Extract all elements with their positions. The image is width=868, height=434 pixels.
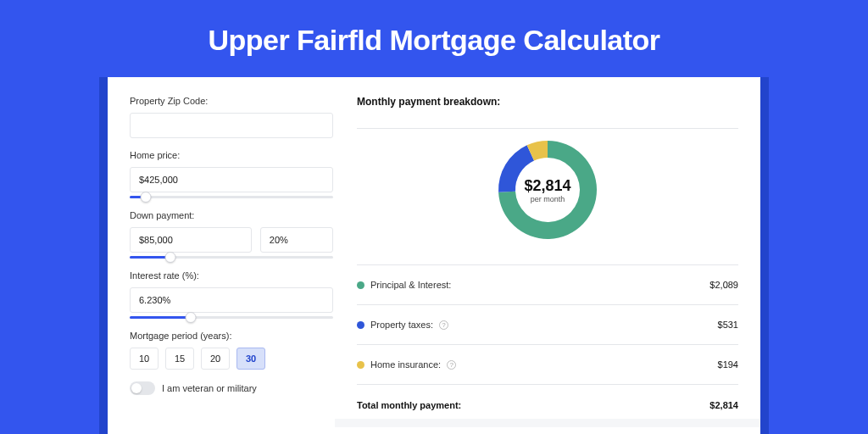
legend-dot (357, 321, 364, 329)
down-payment-pct-input[interactable] (260, 227, 333, 253)
section-gap (335, 419, 760, 427)
down-payment-group: Down payment: (130, 210, 333, 259)
form-column: Property Zip Code: Home price: Down paym… (130, 96, 333, 434)
period-option-20[interactable]: 20 (201, 348, 230, 370)
breakdown-title: Monthly payment breakdown: (357, 96, 738, 108)
legend-value: $531 (718, 320, 738, 330)
help-icon[interactable]: ? (447, 360, 456, 370)
down-payment-input[interactable] (130, 227, 252, 253)
period-option-10[interactable]: 10 (130, 348, 159, 370)
legend-value: $2,089 (709, 280, 738, 290)
down-payment-slider-thumb[interactable] (165, 252, 176, 263)
total-label: Total monthly payment: (357, 400, 461, 410)
interest-input[interactable] (130, 287, 333, 313)
period-group: Mortgage period (years): 10152030 (130, 331, 333, 370)
veteran-toggle[interactable] (130, 381, 155, 395)
divider (357, 344, 738, 345)
down-payment-slider[interactable] (130, 256, 333, 259)
donut-amount: $2,814 (524, 177, 570, 195)
legend-value: $194 (718, 359, 738, 370)
legend-row: Principal & Interest:$2,089 (357, 274, 738, 296)
legend-label: Home insurance: (370, 359, 441, 370)
legend-dot (357, 361, 364, 369)
period-option-30[interactable]: 30 (236, 348, 265, 370)
interest-slider-thumb[interactable] (186, 312, 197, 323)
zip-input[interactable] (130, 113, 333, 138)
home-price-slider-thumb[interactable] (141, 192, 152, 203)
divider (357, 264, 738, 265)
divider (357, 128, 738, 129)
zip-label: Property Zip Code: (130, 96, 333, 106)
veteran-label: I am veteran or military (162, 383, 257, 393)
interest-slider[interactable] (130, 316, 333, 319)
interest-group: Interest rate (%): (130, 270, 333, 319)
down-payment-label: Down payment: (130, 210, 333, 220)
home-price-slider[interactable] (130, 196, 333, 198)
total-value: $2,814 (709, 400, 738, 410)
veteran-row: I am veteran or military (130, 381, 333, 395)
help-icon[interactable]: ? (439, 320, 448, 330)
calculator-card: Property Zip Code: Home price: Down paym… (108, 77, 760, 434)
toggle-knob (131, 383, 142, 393)
total-row: Total monthly payment: $2,814 (357, 393, 738, 410)
breakdown-column: Monthly payment breakdown: $2,814 per mo… (357, 96, 738, 434)
period-options: 10152030 (130, 348, 333, 370)
donut-chart-wrap: $2,814 per month (357, 139, 738, 241)
home-price-label: Home price: (130, 150, 333, 160)
legend-row: Home insurance:?$194 (357, 353, 738, 376)
divider (357, 384, 738, 385)
period-label: Mortgage period (years): (130, 331, 333, 341)
legend-row: Property taxes:?$531 (357, 314, 738, 336)
legend-label: Property taxes: (370, 320, 433, 330)
home-price-group: Home price: (130, 150, 333, 198)
zip-group: Property Zip Code: (130, 96, 333, 138)
period-option-15[interactable]: 15 (165, 348, 194, 370)
donut-sub: per month (524, 195, 570, 203)
outer-band: Property Zip Code: Home price: Down paym… (99, 77, 769, 434)
donut-chart: $2,814 per month (497, 139, 598, 241)
page-title: Upper Fairfld Mortgage Calculator (0, 0, 868, 77)
legend-dot (357, 281, 364, 289)
legend: Principal & Interest:$2,089Property taxe… (357, 274, 738, 376)
legend-label: Principal & Interest: (370, 280, 451, 290)
home-price-input[interactable] (130, 167, 333, 192)
divider (357, 304, 738, 305)
donut-center: $2,814 per month (524, 177, 570, 203)
interest-label: Interest rate (%): (130, 270, 333, 281)
